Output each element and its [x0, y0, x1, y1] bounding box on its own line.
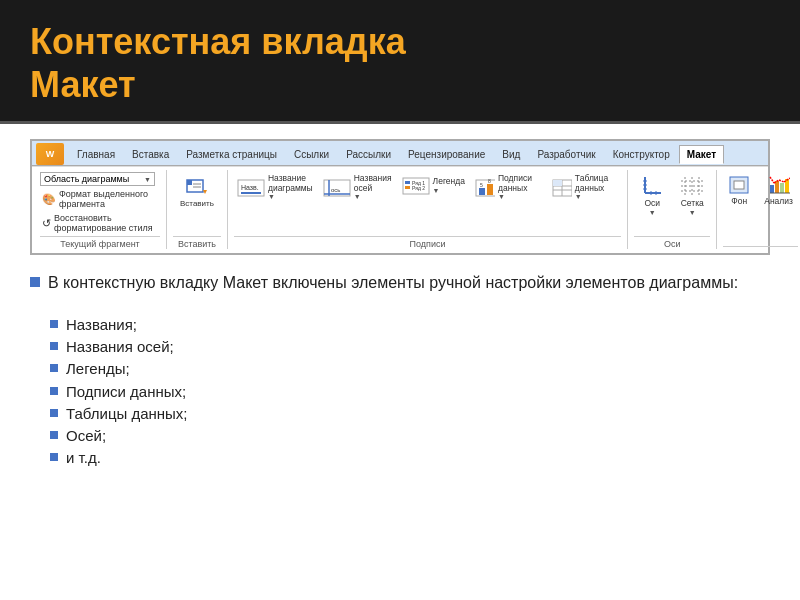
axis-titles-btn[interactable]: ось Названия осей ▼ [320, 172, 395, 202]
signatures-label: Подписи [234, 236, 621, 249]
data-labels-icon: 5 8 3 [475, 176, 495, 198]
legend-group: Ряд 1 Ряд 2 Легенда ▼ [399, 172, 468, 198]
sub-bullet-7 [50, 453, 58, 461]
svg-line-50 [770, 177, 774, 183]
signatures-content: Назв. Название диаграммы ▼ [234, 170, 621, 234]
tab-konstruktor[interactable]: Конструктор [605, 145, 678, 163]
sub-item-2: Названия осей; [30, 337, 770, 357]
svg-rect-29 [553, 180, 562, 186]
sub-bullet-2 [50, 342, 58, 350]
main-text: В контекстную вкладку Макет включены эле… [48, 272, 738, 294]
section-axes: Оси ▼ Сетка [632, 170, 717, 249]
tab-ssylki[interactable]: Ссылки [286, 145, 337, 163]
grid-btn[interactable]: Сетка ▼ [674, 172, 710, 219]
sub-bullet-6 [50, 431, 58, 439]
data-table-icon [552, 176, 572, 198]
insert-icon [185, 176, 209, 198]
legend-btn[interactable]: Ряд 1 Ряд 2 Легенда ▼ [399, 172, 468, 198]
data-labels-arrow: ▼ [498, 193, 505, 200]
sub-items-list: Названия; Названия осей; Легенды; Подпис… [30, 315, 770, 471]
chart-title-icon: Назв. [237, 176, 265, 198]
svg-text:8: 8 [488, 178, 491, 184]
sub-item-6: Осей; [30, 426, 770, 446]
sub-item-1: Названия; [30, 315, 770, 335]
tab-rassylki[interactable]: Рассылки [338, 145, 399, 163]
sub-item-3: Легенды; [30, 359, 770, 379]
section-signatures: Назв. Название диаграммы ▼ [232, 170, 628, 249]
tab-vid[interactable]: Вид [494, 145, 528, 163]
data-labels-btn[interactable]: 5 8 3 Подписи данных ▼ [472, 172, 545, 202]
analysis-btn[interactable]: Анализ [759, 172, 798, 209]
current-fragment-label: Текущий фрагмент [40, 236, 160, 249]
insert-content: Вставить [173, 170, 221, 234]
svg-rect-19 [487, 184, 493, 195]
fragment-dropdown-group: Область диаграммы ▼ 🎨 Формат выделенного… [40, 172, 160, 234]
legend-icon: Ряд 1 Ряд 2 [402, 174, 430, 196]
analysis-icon [768, 175, 790, 195]
tab-razrab[interactable]: Разработчик [529, 145, 603, 163]
format-selected-btn[interactable]: 🎨 Формат выделенного фрагмента [40, 188, 160, 210]
axis-titles-arrow: ▼ [354, 193, 361, 200]
title-line2: Макет [30, 64, 136, 105]
sub-bullet-1 [50, 320, 58, 328]
axes-content: Оси ▼ Сетка [634, 170, 710, 234]
svg-rect-18 [479, 188, 485, 195]
legend-arrow: ▼ [433, 187, 440, 194]
sub-bullet-5 [50, 409, 58, 417]
ribbon-tabs-row: W Главная Вставка Разметка страницы Ссыл… [32, 141, 768, 166]
area-combobox[interactable]: Область диаграммы ▼ [40, 172, 155, 186]
svg-rect-47 [780, 183, 784, 193]
axes-label: Оси [634, 236, 710, 249]
fon-icon [728, 175, 750, 195]
insert-button[interactable]: Вставить [173, 172, 221, 213]
axis-titles-icon: ось [323, 176, 351, 198]
sub-item-4: Подписи данных; [30, 382, 770, 402]
section-insert: Вставить Вставить [171, 170, 228, 249]
fon-btn[interactable]: Фон [723, 172, 755, 209]
restore-icon: ↺ [42, 217, 51, 230]
office-button[interactable]: W [36, 143, 64, 165]
tab-vstavka[interactable]: Вставка [124, 145, 177, 163]
section-background: Фон [721, 170, 800, 249]
tab-maket[interactable]: Макет [679, 145, 724, 164]
main-bullet-list: В контекстную вкладку Макет включены эле… [30, 272, 770, 298]
background-label [723, 246, 798, 249]
sub-bullet-3 [50, 364, 58, 372]
slide-header: Контекстная вкладка Макет [0, 0, 800, 124]
data-table-group: Таблица данных ▼ [549, 172, 621, 202]
format-icon: 🎨 [42, 193, 56, 206]
svg-rect-3 [187, 180, 192, 185]
svg-line-52 [779, 180, 784, 182]
tab-retsenz[interactable]: Рецензирование [400, 145, 493, 163]
ribbon-mockup: W Главная Вставка Разметка страницы Ссыл… [30, 139, 770, 255]
combobox-arrow: ▼ [144, 176, 151, 183]
tab-razmetka[interactable]: Разметка страницы [178, 145, 285, 163]
main-bullet-square [30, 277, 40, 287]
slide: Контекстная вкладка Макет W Главная Вста… [0, 0, 800, 600]
svg-rect-14 [405, 186, 410, 189]
insert-label: Вставить [173, 236, 221, 249]
svg-text:ось: ось [331, 187, 340, 193]
chart-title-arrow: ▼ [268, 193, 275, 200]
axes-btn[interactable]: Оси ▼ [634, 172, 670, 219]
svg-text:Ряд 2: Ряд 2 [412, 185, 425, 191]
restore-format-btn[interactable]: ↺ Восстановить форматирование стиля [40, 212, 160, 234]
svg-rect-13 [405, 181, 410, 184]
svg-rect-44 [734, 181, 744, 189]
data-table-arrow: ▼ [575, 193, 582, 200]
ribbon-body: Область диаграммы ▼ 🎨 Формат выделенного… [32, 166, 768, 253]
sub-item-7: и т.д. [30, 448, 770, 468]
svg-text:Назв.: Назв. [241, 184, 259, 191]
current-fragment-content: Область диаграммы ▼ 🎨 Формат выделенного… [40, 170, 160, 234]
grid-icon [679, 175, 705, 197]
data-labels-group: 5 8 3 Подписи данных ▼ [472, 172, 545, 202]
axes-icon [639, 175, 665, 197]
chart-title-group: Назв. Название диаграммы ▼ [234, 172, 316, 202]
tab-glavnaya[interactable]: Главная [69, 145, 123, 163]
svg-text:5: 5 [480, 182, 483, 188]
data-table-btn[interactable]: Таблица данных ▼ [549, 172, 621, 202]
chart-title-btn[interactable]: Назв. Название диаграммы ▼ [234, 172, 316, 202]
svg-rect-45 [770, 185, 774, 193]
grid-arrow: ▼ [689, 209, 696, 216]
content-area: W Главная Вставка Разметка страницы Ссыл… [0, 124, 800, 600]
